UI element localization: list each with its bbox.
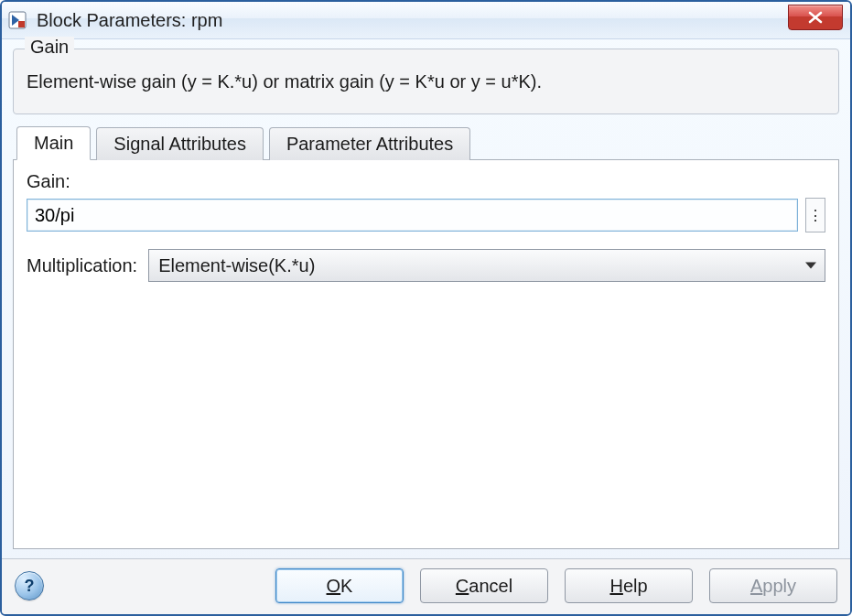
apply-button[interactable]: Apply xyxy=(709,568,837,603)
close-button[interactable] xyxy=(788,5,843,30)
svg-rect-2 xyxy=(18,21,25,27)
help-icon[interactable]: ? xyxy=(15,571,44,600)
chevron-down-icon xyxy=(805,263,816,269)
tab-main-label: Main xyxy=(34,133,73,153)
gain-field: Gain: ⋮ xyxy=(27,171,825,232)
cancel-button[interactable]: Cancel xyxy=(420,568,548,603)
button-bar: ? OK Cancel Help Apply xyxy=(2,558,850,614)
dialog-window: Block Parameters: rpm Gain Element-wise … xyxy=(0,0,852,616)
ellipsis-icon: ⋮ xyxy=(808,207,823,224)
tab-panel-main: Gain: ⋮ Multiplication: Element-wise(K.*… xyxy=(13,159,839,549)
multiplication-value: Element-wise(K.*u) xyxy=(158,255,315,276)
gain-edit-button[interactable]: ⋮ xyxy=(805,198,825,232)
simulink-icon xyxy=(7,10,27,30)
tab-signal-attributes[interactable]: Signal Attributes xyxy=(96,127,264,160)
ok-button[interactable]: OK xyxy=(275,568,404,603)
close-icon xyxy=(807,11,824,24)
title-bar: Block Parameters: rpm xyxy=(2,2,850,39)
tab-main[interactable]: Main xyxy=(16,126,91,160)
block-description-text: Element-wise gain (y = K.*u) or matrix g… xyxy=(27,68,825,95)
multiplication-field: Multiplication: Element-wise(K.*u) xyxy=(27,249,825,282)
tab-param-label: Parameter Attributes xyxy=(286,134,453,154)
tab-parameter-attributes[interactable]: Parameter Attributes xyxy=(269,127,470,160)
help-button[interactable]: Help xyxy=(565,568,693,603)
multiplication-select[interactable]: Element-wise(K.*u) xyxy=(148,249,825,282)
gain-input[interactable] xyxy=(27,199,798,232)
multiplication-label: Multiplication: xyxy=(27,255,137,276)
block-type-label: Gain xyxy=(25,37,74,58)
tab-strip: Main Signal Attributes Parameter Attribu… xyxy=(13,125,839,159)
window-title: Block Parameters: rpm xyxy=(37,10,788,31)
block-description-group: Gain Element-wise gain (y = K.*u) or mat… xyxy=(13,49,839,114)
gain-label: Gain: xyxy=(27,171,825,192)
tab-signal-label: Signal Attributes xyxy=(113,134,246,154)
help-icon-glyph: ? xyxy=(25,577,35,596)
dialog-body: Gain Element-wise gain (y = K.*u) or mat… xyxy=(2,39,850,558)
